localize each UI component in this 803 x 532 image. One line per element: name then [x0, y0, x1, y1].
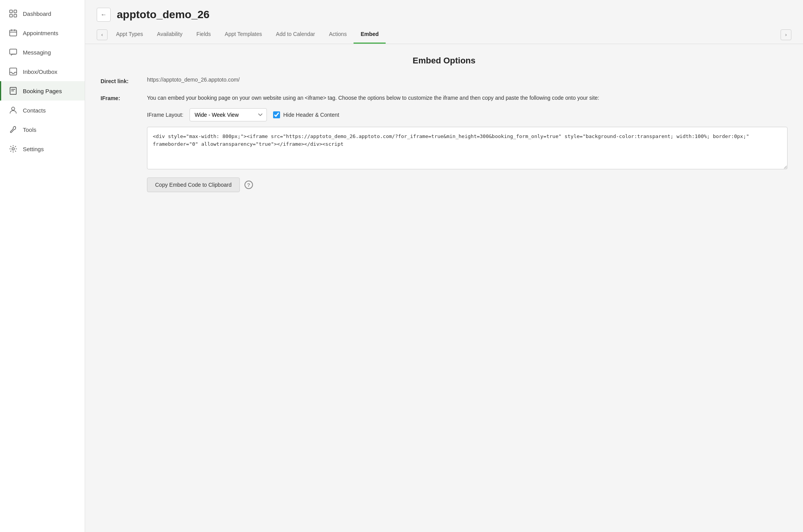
main-content: ← apptoto_demo_26 ‹ Appt Types Availabil…	[85, 0, 803, 532]
sidebar-item-tools[interactable]: Tools	[0, 120, 85, 139]
content-area: Embed Options Direct link: https://appto…	[85, 44, 803, 532]
bookmark-icon	[9, 87, 17, 95]
iframe-content: You can embed your booking page on your …	[147, 94, 788, 192]
wrench-icon	[9, 125, 17, 134]
iframe-layout-label: IFrame Layout:	[147, 112, 183, 118]
svg-point-13	[12, 107, 15, 110]
calendar-icon	[9, 29, 17, 37]
iframe-label: IFrame:	[101, 94, 139, 101]
svg-rect-8	[10, 49, 17, 54]
sidebar-item-tools-label: Tools	[23, 126, 36, 133]
svg-rect-1	[14, 10, 17, 13]
svg-rect-0	[10, 10, 12, 13]
svg-rect-9	[10, 68, 17, 75]
svg-rect-2	[10, 14, 12, 17]
sidebar-item-dashboard-label: Dashboard	[23, 10, 51, 17]
sidebar-item-settings[interactable]: Settings	[0, 139, 85, 159]
page-header: ← apptoto_demo_26	[85, 0, 803, 22]
inbox-icon	[9, 67, 17, 76]
sidebar-item-dashboard[interactable]: Dashboard	[0, 4, 85, 23]
tab-fields[interactable]: Fields	[190, 26, 218, 44]
tab-scroll-left-button[interactable]: ‹	[97, 29, 108, 40]
sidebar-item-contacts[interactable]: Contacts	[0, 101, 85, 120]
iframe-layout-select[interactable]: Wide - Week View Narrow - List View Full…	[190, 108, 267, 121]
direct-link-value: https://apptoto_demo_26.apptoto.com/	[147, 77, 788, 83]
sidebar-item-appointments-label: Appointments	[23, 30, 58, 36]
tab-appt-templates[interactable]: Appt Templates	[218, 26, 269, 44]
sidebar-item-appointments[interactable]: Appointments	[0, 23, 85, 43]
embed-options-title: Embed Options	[101, 56, 788, 66]
iframe-description: You can embed your booking page on your …	[147, 94, 788, 102]
sidebar-item-messaging[interactable]: Messaging	[0, 43, 85, 62]
iframe-row: IFrame: You can embed your booking page …	[101, 94, 788, 192]
message-icon	[9, 48, 17, 56]
direct-link-row: Direct link: https://apptoto_demo_26.app…	[101, 77, 788, 84]
sidebar-item-settings-label: Settings	[23, 146, 44, 152]
svg-rect-4	[10, 30, 17, 36]
copy-embed-button[interactable]: Copy Embed Code to Clipboard	[147, 177, 240, 192]
sidebar: Dashboard Appointments Messaging	[0, 0, 85, 532]
svg-rect-3	[14, 14, 17, 17]
help-icon[interactable]: ?	[244, 181, 253, 189]
page-title: apptoto_demo_26	[117, 9, 210, 21]
back-button[interactable]: ←	[97, 8, 111, 22]
svg-point-14	[12, 148, 14, 150]
sidebar-item-contacts-label: Contacts	[23, 107, 46, 114]
iframe-layout-row: IFrame Layout: Wide - Week View Narrow -…	[147, 108, 788, 121]
tab-actions[interactable]: Actions	[322, 26, 354, 44]
direct-link-label: Direct link:	[101, 77, 139, 84]
embed-code-textarea[interactable]	[147, 127, 788, 169]
user-icon	[9, 106, 17, 114]
tab-scroll-right-button[interactable]: ›	[781, 29, 791, 40]
hide-header-checkbox[interactable]	[273, 111, 280, 118]
copy-btn-row: Copy Embed Code to Clipboard ?	[147, 177, 788, 192]
gear-icon	[9, 145, 17, 153]
sidebar-item-inbox[interactable]: Inbox/Outbox	[0, 62, 85, 81]
tab-availability[interactable]: Availability	[150, 26, 190, 44]
tabs-bar: ‹ Appt Types Availability Fields Appt Te…	[85, 26, 803, 44]
tab-appt-types[interactable]: Appt Types	[109, 26, 150, 44]
tab-add-to-calendar[interactable]: Add to Calendar	[269, 26, 322, 44]
hide-header-text: Hide Header & Content	[283, 112, 339, 118]
grid-icon	[9, 9, 17, 18]
sidebar-item-inbox-label: Inbox/Outbox	[23, 68, 57, 75]
sidebar-item-booking-pages-label: Booking Pages	[23, 88, 62, 94]
hide-header-label[interactable]: Hide Header & Content	[273, 111, 339, 118]
direct-link-url[interactable]: https://apptoto_demo_26.apptoto.com/	[147, 77, 240, 83]
sidebar-item-messaging-label: Messaging	[23, 49, 51, 56]
sidebar-item-booking-pages[interactable]: Booking Pages	[0, 81, 85, 101]
tab-embed[interactable]: Embed	[354, 26, 386, 44]
